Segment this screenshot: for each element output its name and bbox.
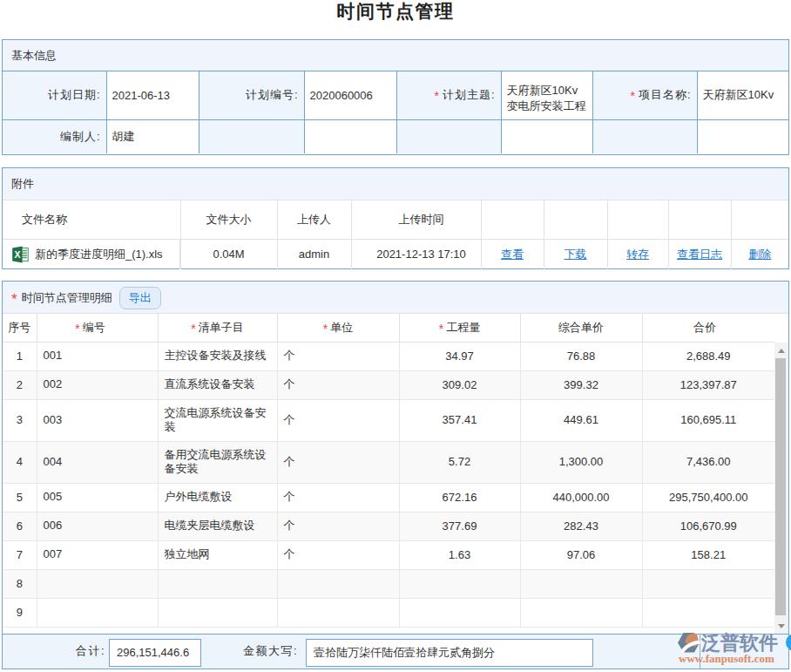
- svg-text:X: X: [14, 249, 20, 260]
- svg-text:泛普软件: 泛普软件: [700, 632, 778, 654]
- svg-text:www.fanpusoft.com: www.fanpusoft.com: [679, 652, 774, 665]
